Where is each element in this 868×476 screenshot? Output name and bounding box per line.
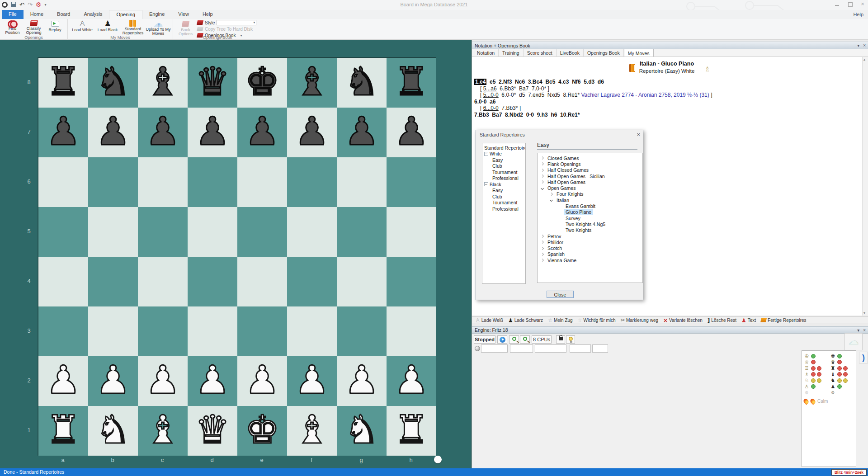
start-engine-button[interactable] <box>497 335 507 344</box>
restore-icon[interactable] <box>847 2 853 6</box>
square-g4[interactable] <box>337 257 387 306</box>
square-a2[interactable]: ♟ <box>38 356 88 406</box>
wichtig-f-r-mich-button[interactable]: ☆Wichtig für mich <box>578 317 616 323</box>
tab-livebook[interactable]: LiveBook <box>557 49 584 57</box>
game-reference[interactable]: Vachier Lagrave 2774 - Aronian 2758, 201… <box>581 92 709 98</box>
style-dropdown[interactable] <box>217 20 256 25</box>
standard-repertoires-button[interactable]: Standard Repertoires <box>120 19 146 35</box>
piece-white-rook[interactable]: ♜ <box>387 406 436 456</box>
square-a5[interactable] <box>38 207 88 257</box>
piece-white-pawn[interactable]: ♟ <box>287 356 337 406</box>
chevron-right-icon[interactable] <box>541 180 544 184</box>
move[interactable]: 6.0-0 a6 <box>474 99 495 105</box>
scroll-down-icon[interactable]: ▾ <box>863 311 865 315</box>
square-g3[interactable] <box>337 306 387 356</box>
tab-notation[interactable]: Notation <box>473 49 499 57</box>
move[interactable]: e5 2.Nf3 Nc6 3.Bc4 Bc5 4.c3 Nf6 5.d3 d6 <box>486 79 604 85</box>
ribbon-tab-board[interactable]: Board <box>50 10 77 19</box>
square-b5[interactable] <box>88 207 138 257</box>
opening-item-giuco-piano[interactable]: Giuco Piano <box>538 209 642 215</box>
engine-menu-icon[interactable]: ▾ <box>857 328 859 333</box>
square-e1[interactable]: ♚ <box>237 406 287 456</box>
notation-scrollbar[interactable]: ▴ ▾ <box>862 57 868 316</box>
square-e8[interactable]: ♚ <box>237 58 287 108</box>
square-a3[interactable] <box>38 306 88 356</box>
opening-item-italian[interactable]: Italian <box>538 197 642 203</box>
opening-item-half-open-games[interactable]: Half Open Games <box>538 179 642 185</box>
move[interactable]: 5...0-0 <box>483 92 499 98</box>
move[interactable]: 5...a6 <box>483 85 497 92</box>
tree-item-tournament[interactable]: Tournament <box>484 200 525 206</box>
chevron-right-icon[interactable] <box>541 156 544 160</box>
opening-item-two-knights-4-ng5[interactable]: Two Knights 4.Ng5 <box>538 221 642 227</box>
square-h5[interactable] <box>387 207 436 257</box>
chevron-right-icon[interactable] <box>541 174 544 178</box>
move[interactable]: [ <box>480 105 483 111</box>
opening-item-four-knights[interactable]: Four Knights <box>538 191 642 197</box>
opening-item-petrov[interactable]: Petrov <box>538 233 642 239</box>
square-e3[interactable] <box>237 306 287 356</box>
piece-white-pawn[interactable]: ♟ <box>88 356 138 406</box>
opening-item-open-games[interactable]: Open Games <box>538 185 642 191</box>
chevron-right-icon[interactable] <box>541 162 544 165</box>
tree-item-easy[interactable]: Easy <box>484 188 525 194</box>
help-link[interactable]: Help <box>853 12 863 17</box>
fertige-repertoires-button[interactable]: Fertige Repertoires <box>761 318 807 323</box>
piece-black-pawn[interactable]: ♟ <box>287 108 337 157</box>
square-b3[interactable] <box>88 306 138 356</box>
piece-white-pawn[interactable]: ♟ <box>337 356 387 406</box>
piece-black-rook[interactable]: ♜ <box>387 58 436 108</box>
text-button[interactable]: ♟Text <box>741 317 756 324</box>
upload-to-my-moves-button[interactable]: ☁Upload To My Moves <box>146 19 171 35</box>
piece-black-rook[interactable]: ♜ <box>38 58 88 108</box>
piece-black-knight[interactable]: ♞ <box>337 58 387 108</box>
lade-schwarz-button[interactable]: ♟Lade Schwarz <box>508 317 543 324</box>
square-d7[interactable]: ♟ <box>188 108 237 157</box>
chevron-right-icon[interactable] <box>541 235 544 238</box>
chevron-right-icon[interactable] <box>550 193 553 196</box>
move[interactable]: [ <box>480 92 483 98</box>
square-d4[interactable] <box>188 257 237 306</box>
square-a7[interactable]: ♟ <box>38 108 88 157</box>
move[interactable]: 6...0-0 <box>483 105 499 111</box>
dialog-close-icon[interactable]: × <box>637 131 640 138</box>
square-g7[interactable]: ♟ <box>337 108 387 157</box>
piece-white-queen[interactable]: ♛ <box>188 406 237 456</box>
hint-button[interactable] <box>566 335 575 344</box>
square-h8[interactable]: ♜ <box>387 58 436 108</box>
move[interactable]: 1.e4 <box>474 79 486 85</box>
chevron-right-icon[interactable] <box>541 240 544 244</box>
square-d2[interactable]: ♟ <box>188 356 237 406</box>
tree-item-professional[interactable]: Professional <box>484 206 525 212</box>
white-to-move-indicator[interactable] <box>434 456 442 463</box>
square-d1[interactable]: ♛ <box>188 406 237 456</box>
piece-black-bishop[interactable]: ♝ <box>287 58 337 108</box>
piece-black-pawn[interactable]: ♟ <box>337 108 387 157</box>
replay-button[interactable]: Replay <box>44 19 66 35</box>
load-black-button[interactable]: ♟Load Black <box>95 19 120 35</box>
opening-item-survey[interactable]: Survey <box>538 215 642 221</box>
square-h1[interactable]: ♜ <box>387 406 436 456</box>
square-f8[interactable]: ♝ <box>287 58 337 108</box>
square-g8[interactable]: ♞ <box>337 58 387 108</box>
piece-black-bishop[interactable]: ♝ <box>138 58 188 108</box>
square-c6[interactable] <box>138 157 188 207</box>
tree-item-professional[interactable]: Professional <box>484 175 525 182</box>
piece-black-pawn[interactable]: ♟ <box>188 108 237 157</box>
piece-white-rook[interactable]: ♜ <box>38 406 88 456</box>
chevron-right-icon[interactable] <box>541 247 544 250</box>
piece-white-pawn[interactable]: ♟ <box>188 356 237 406</box>
square-h7[interactable]: ♟ <box>387 108 436 157</box>
piece-white-knight[interactable]: ♞ <box>88 406 138 456</box>
markierung-weg-button[interactable]: ✂Markierung weg <box>621 317 658 323</box>
load-white-button[interactable]: ♙Load White <box>70 19 95 35</box>
square-c7[interactable]: ♟ <box>138 108 188 157</box>
piece-white-pawn[interactable]: ♟ <box>237 356 287 406</box>
square-b4[interactable] <box>88 257 138 306</box>
tree-item-easy[interactable]: Easy <box>484 157 525 163</box>
chevron-right-icon[interactable] <box>541 253 544 256</box>
cloud-engine-button[interactable]: ☁ <box>844 333 863 350</box>
ribbon-tab-analysis[interactable]: Analysis <box>77 10 109 19</box>
ribbon-tab-view[interactable]: View <box>171 10 196 19</box>
chevron-down-icon[interactable] <box>550 198 553 202</box>
